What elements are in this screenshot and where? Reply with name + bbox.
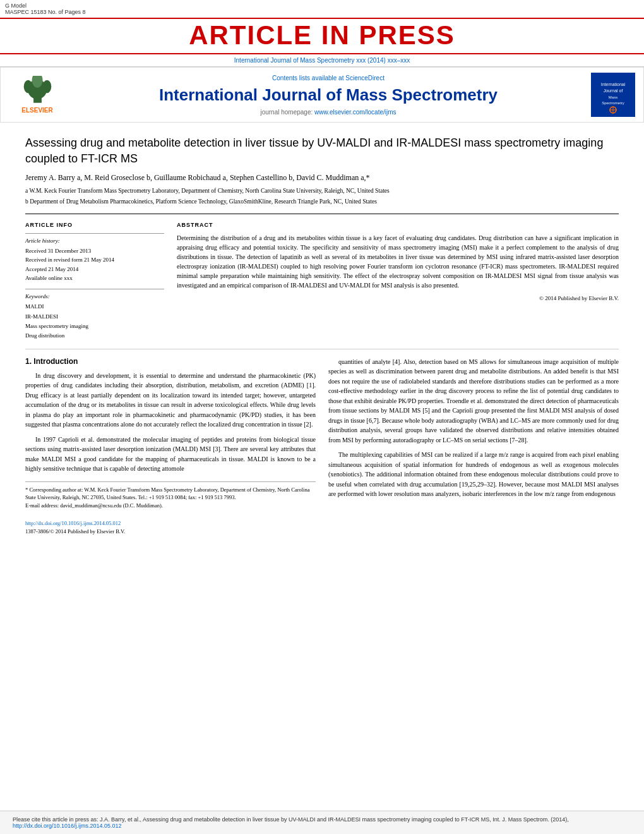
svg-text:Mass: Mass <box>608 95 617 99</box>
article-title: Assessing drug and metabolite detection … <box>25 135 619 167</box>
homepage-link[interactable]: www.elsevier.com/locate/ijms <box>314 109 396 116</box>
journal-title: International Journal of Mass Spectromet… <box>69 85 588 105</box>
svg-text:International: International <box>600 82 625 87</box>
abstract-column: ABSTRACT Determining the distribution of… <box>177 222 619 341</box>
journal-right-logo: International Journal of Mass Spectromet… <box>588 73 638 117</box>
journal-link-line: International Journal of Mass Spectromet… <box>0 54 644 67</box>
citation-bar: Please cite this article in press as: J.… <box>0 811 644 834</box>
intro-paragraph-2: In 1997 Caprioli et al. demonstrated the… <box>25 435 316 474</box>
affiliation-a: a W.M. Keck Fourier Transform Mass Spect… <box>25 186 619 195</box>
right-body-text: quantities of analyte [4]. Also, detecti… <box>328 357 619 499</box>
article-info-column: ARTICLE INFO Article history: Received 3… <box>25 222 164 341</box>
history-label: Article history: <box>25 238 164 244</box>
author-list: Jeremy A. Barry a, M. Reid Groseclose b,… <box>25 173 370 182</box>
elsevier-text: ELSEVIER <box>21 107 52 114</box>
keyword-drug-dist: Drug distribution <box>25 331 164 341</box>
received-revised-date: Received in revised form 21 May 2014 <box>25 255 164 264</box>
journal-badge-icon: International Journal of Mass Spectromet… <box>593 75 634 116</box>
keywords-label: Keywords: <box>25 293 164 299</box>
keywords-block: Keywords: MALDI IR-MALDESI Mass spectrom… <box>25 289 164 341</box>
introduction-body: In drug discovery and development, it is… <box>25 371 316 474</box>
journal-homepage: journal homepage: www.elsevier.com/locat… <box>69 109 588 116</box>
received-date: Received 31 December 2013 <box>25 246 164 255</box>
available-online: Available online xxx <box>25 274 164 282</box>
top-bar: G Model MASPEC 15183 No. of Pages 8 <box>0 0 644 19</box>
affiliations: a W.M. Keck Fourier Transform Mass Spect… <box>25 186 619 206</box>
elsevier-tree-icon <box>20 76 55 106</box>
authors: Jeremy A. Barry a, M. Reid Groseclose b,… <box>25 173 619 183</box>
maspec-label: MASPEC 15183 No. of Pages 8 <box>5 9 86 15</box>
g-model-label: G Model <box>5 3 27 9</box>
journal-icon: International Journal of Mass Spectromet… <box>591 73 635 117</box>
svg-text:Spectrometry: Spectrometry <box>602 101 624 105</box>
keyword-maldi: MALDI <box>25 302 164 311</box>
footnote-section: * Corresponding author at: W.M. Keck Fou… <box>25 481 316 536</box>
right-paragraph-2: The multiplexing capabilities of MSI can… <box>328 450 619 499</box>
article-info-heading: ARTICLE INFO <box>25 222 164 228</box>
article-history-block: Article history: Received 31 December 20… <box>25 233 164 283</box>
affiliation-b: b Department of Drug Metabolism Pharmaco… <box>25 197 619 206</box>
g-model-info: G Model MASPEC 15183 No. of Pages 8 <box>5 3 86 15</box>
science-direct-link[interactable]: ScienceDirect <box>345 75 385 82</box>
intro-paragraph-1: In drug discovery and development, it is… <box>25 371 316 430</box>
abstract-text: Determining the distribution of a drug a… <box>177 233 619 290</box>
footnote-issn: 1387-3806/© 2014 Published by Elsevier B… <box>25 528 316 536</box>
journal-citation-line: International Journal of Mass Spectromet… <box>234 57 410 64</box>
body-right-column: quantities of analyte [4]. Also, detecti… <box>328 357 619 536</box>
body-section: 1. Introduction In drug discovery and de… <box>25 349 619 536</box>
main-content: Assessing drug and metabolite detection … <box>0 123 644 535</box>
footnote-corresponding: * Corresponding author at: W.M. Keck Fou… <box>25 486 316 502</box>
footnote-email: E-mail address: david_muddiman@ncsu.edu … <box>25 502 316 510</box>
article-in-press-banner: ARTICLE IN PRESS <box>0 19 644 54</box>
footnote-corresponding-text: * Corresponding author at: W.M. Keck Fou… <box>25 486 310 501</box>
doi-link[interactable]: http://dx.doi.org/10.1016/j.ijms.2014.05… <box>25 520 121 526</box>
keyword-ir-maldesi: IR-MALDESI <box>25 312 164 322</box>
svg-point-3 <box>42 80 51 94</box>
footnote-doi: http://dx.doi.org/10.1016/j.ijms.2014.05… <box>25 519 316 528</box>
elsevier-logo-area: ELSEVIER <box>6 76 69 114</box>
keyword-msi: Mass spectrometry imaging <box>25 322 164 331</box>
citation-doi-link[interactable]: http://dx.doi.org/10.1016/j.ijms.2014.05… <box>13 823 122 829</box>
introduction-heading: 1. Introduction <box>25 357 316 366</box>
svg-point-2 <box>23 80 32 94</box>
svg-text:Journal of: Journal of <box>603 88 623 93</box>
article-in-press-title: ARTICLE IN PRESS <box>0 20 644 51</box>
accepted-date: Accepted 21 May 2014 <box>25 265 164 274</box>
copyright-line: © 2014 Published by Elsevier B.V. <box>177 295 619 301</box>
body-left-column: 1. Introduction In drug discovery and de… <box>25 357 316 536</box>
elsevier-logo: ELSEVIER <box>12 76 63 114</box>
email-text: E-mail address: david_muddiman@ncsu.edu … <box>25 502 163 509</box>
article-info-abstract-section: ARTICLE INFO Article history: Received 3… <box>25 214 619 349</box>
abstract-heading: ABSTRACT <box>177 222 619 228</box>
article-title-section: Assessing drug and metabolite detection … <box>25 123 619 214</box>
journal-center: Contents lists available at ScienceDirec… <box>69 75 588 116</box>
right-paragraph-1: quantities of analyte [4]. Also, detecti… <box>328 357 619 445</box>
science-direct-text: Contents lists available at ScienceDirec… <box>69 75 588 82</box>
journal-header: ELSEVIER Contents lists available at Sci… <box>0 67 644 123</box>
